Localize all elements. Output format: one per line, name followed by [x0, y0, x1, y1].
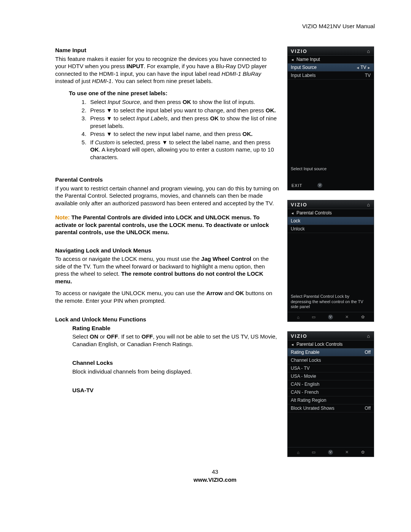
- nav-para-2: To access or navigate the UNLOCK menu, y…: [55, 289, 279, 304]
- usa-tv-title: USA-TV: [72, 387, 279, 394]
- panel3-row-can-english: CAN - English: [288, 380, 374, 388]
- section-name-input-body: This feature makes it easier for you to …: [55, 55, 279, 85]
- home-icon: ⌂: [297, 450, 299, 455]
- tv-panel-parental-controls: VIZIO Parental Controls Lock Unlock Sele…: [287, 200, 374, 322]
- close-icon: ✕: [345, 450, 349, 455]
- section-name-input-title: Name Input: [55, 46, 279, 54]
- step-1: Select Input Source, and then press OK t…: [88, 98, 279, 106]
- tv-panel-name-input: VIZIO Name Input Input Source◄ TV ► Inpu…: [287, 46, 374, 190]
- panel1-row-input-labels: Input LabelsTV: [288, 72, 374, 80]
- home-icon: [367, 48, 371, 54]
- section-parental-title: Parental Controls: [55, 176, 279, 184]
- nav-para-1: To access or navigate the LOCK menu, you…: [55, 255, 279, 285]
- page-number: 43: [55, 468, 375, 475]
- home-icon: ⌂: [297, 315, 299, 320]
- preset-labels-steps: Select Input Source, and then press OK t…: [55, 98, 279, 161]
- footer-url: www.VIZIO.com: [55, 476, 375, 483]
- section-parental-body: If you want to restrict certain channel …: [55, 185, 279, 207]
- preset-labels-heading: To use one of the nine preset labels:: [69, 89, 279, 97]
- panel2-hint: Select Parental Control Lock by depressi…: [288, 292, 374, 312]
- section-lockfn-title: Lock and Unlock Menu Functions: [55, 316, 279, 323]
- step-4: Press ▼ to select the new input label na…: [88, 130, 279, 138]
- panel2-row-unlock: Unlock: [288, 225, 374, 233]
- home-icon: [367, 202, 371, 208]
- v-icon: V: [317, 183, 322, 188]
- rect-icon: ▭: [312, 450, 315, 455]
- back-icon: [291, 210, 294, 216]
- panel3-brand: VIZIO: [288, 332, 374, 340]
- gear-icon: ✿: [361, 315, 365, 320]
- panel1-hint: Select Input source: [288, 164, 374, 174]
- panel3-row-usa-movie: USA - Movie: [288, 372, 374, 380]
- note-label: Note:: [55, 214, 72, 220]
- panel1-brand: VIZIO: [288, 47, 374, 56]
- v-icon: V: [328, 315, 333, 320]
- channel-locks-body: Block individual channels from being dis…: [72, 368, 279, 375]
- step-5: If Custom is selected, press ▼ to select…: [88, 139, 279, 161]
- section-nav-title: Navigating Lock and Unlock Menus: [55, 247, 279, 254]
- panel3-row-can-french: CAN - French: [288, 388, 374, 396]
- panel3-row-block-unrated: Block Unrated ShowsOff: [288, 404, 374, 412]
- panel1-row-input-source: Input Source◄ TV ►: [288, 64, 374, 72]
- panel2-brand: VIZIO: [288, 200, 374, 209]
- back-icon: [291, 342, 294, 347]
- v-icon: V: [328, 450, 333, 455]
- panel3-bottombar: ⌂ ▭ V ✕ ✿: [288, 447, 374, 457]
- panel3-row-channel-locks: Channel Locks: [288, 356, 374, 364]
- rating-enable-title: Rating Enable: [72, 324, 279, 332]
- parental-note: Note: The Parental Controls are divided …: [55, 214, 279, 236]
- side-screenshots-column: VIZIO Name Input Input Source◄ TV ► Inpu…: [287, 46, 375, 457]
- panel2-bottombar: ⌂ ▭ V ✕ ✿: [288, 312, 374, 321]
- panel3-row-usa-tv: USA - TV: [288, 364, 374, 372]
- panel1-crumb: Name Input: [288, 56, 374, 64]
- channel-locks-title: Channel Locks: [72, 359, 279, 367]
- doc-header: VIZIO M421NV User Manual: [55, 23, 375, 29]
- back-icon: [291, 57, 294, 62]
- page-footer: 43 www.VIZIO.com: [55, 468, 375, 483]
- rect-icon: ▭: [312, 315, 315, 320]
- panel2-row-lock: Lock: [288, 217, 374, 225]
- panel1-exitbar: EXITV: [288, 180, 374, 190]
- step-2: Press ▼ to select the input label you wa…: [88, 107, 279, 114]
- panel3-row-rating-enable: Rating EnableOff: [288, 348, 374, 356]
- main-text-column: Name Input This feature makes it easier …: [55, 46, 279, 395]
- panel3-crumb: Parental Lock Controls: [288, 340, 374, 348]
- step-3: Press ▼ to select Input Labels, and then…: [88, 115, 279, 129]
- panel3-row-alt-rating: Alt Rating Region: [288, 396, 374, 404]
- panel2-crumb: Parental Controls: [288, 209, 374, 217]
- close-icon: ✕: [345, 315, 349, 320]
- gear-icon: ✿: [361, 450, 365, 455]
- tv-panel-parental-lock-controls: VIZIO Parental Lock Controls Rating Enab…: [287, 331, 374, 457]
- home-icon: [367, 333, 371, 339]
- rating-enable-body: Select ON or OFF. If set to OFF, you wil…: [72, 333, 279, 348]
